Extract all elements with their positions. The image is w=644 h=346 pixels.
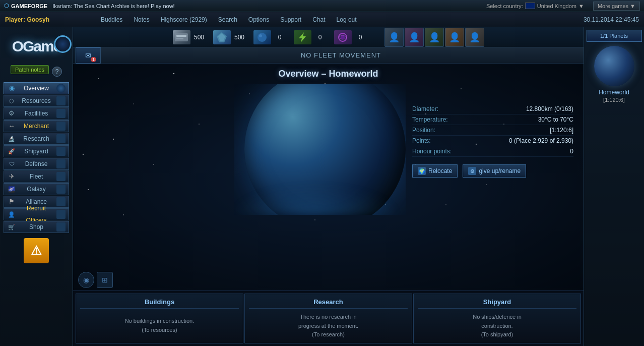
svg-point-25 [199, 124, 200, 125]
sidebar-label-resources: Resources [16, 95, 56, 107]
nav-support[interactable]: Support [275, 14, 306, 25]
sidebar-label-fleet: Fleet [16, 170, 56, 183]
merchant-icon [7, 122, 16, 131]
deut-icon [253, 30, 271, 44]
nav-highscore[interactable]: Highscore (2929) [156, 14, 212, 25]
square-icon-1[interactable]: ⊞ [97, 272, 113, 288]
sidebar-item-resources[interactable]: Resources [4, 95, 69, 107]
metal-icon [173, 30, 190, 44]
sidebar-label-facilities: Facilities [16, 107, 56, 120]
sidebar-icon-fleet [56, 172, 66, 181]
nav-options[interactable]: Options [243, 14, 274, 25]
resource-metal: 500 [173, 30, 206, 44]
shipyard-content[interactable]: No ships/defence inconstruction.(To ship… [418, 313, 576, 339]
overview-title: Overview – Homeworld [73, 69, 584, 79]
circle-icon-1[interactable]: ◉ [78, 272, 94, 288]
planet-glow [234, 185, 401, 215]
resource-bar: 500 500 0 [73, 27, 584, 47]
svg-rect-1 [176, 35, 186, 37]
nav-notes[interactable]: Notes [128, 14, 154, 25]
svg-point-30 [461, 88, 462, 89]
sidebar-icon-research [56, 134, 66, 143]
deut-value: 0 [274, 34, 286, 41]
crystal-value: 500 [233, 34, 246, 41]
sidebar-item-research[interactable]: Research [4, 133, 69, 145]
bottom-icons-row: ◉ ⊞ [78, 272, 113, 288]
points-label: Points: [412, 137, 431, 144]
energy-icon [294, 30, 311, 44]
nav-logout[interactable]: Log out [332, 14, 362, 25]
research-panel: Research There is no research inprogress… [244, 294, 412, 343]
nav-search[interactable]: Search [213, 14, 242, 25]
officers-icon [7, 210, 16, 219]
crystal-icon [213, 30, 231, 44]
message-count: 1 [91, 57, 96, 62]
center-area: 500 500 0 [73, 27, 584, 346]
research-text: There is no research inprogress at the m… [298, 313, 358, 339]
message-button[interactable]: ✉ 1 [76, 47, 101, 64]
sidebar-item-shipyard[interactable]: Shipyard [4, 145, 69, 157]
buildings-content[interactable]: No buildings in construction.(To resourc… [80, 313, 239, 339]
patch-notes-button[interactable]: Patch notes [11, 65, 49, 74]
officer-avatars: 👤 👤 👤 👤 👤 [384, 28, 484, 47]
planet-name[interactable]: Homeworld [599, 89, 629, 96]
planets-bar[interactable]: 1/1 Planets [587, 30, 642, 42]
sidebar-item-facilities[interactable]: Facilities [4, 107, 69, 120]
relocate-label: Relocate [428, 167, 452, 175]
svg-point-6 [259, 34, 262, 37]
nav-buddies[interactable]: Buddies [96, 14, 127, 25]
chevron-down-icon: ▼ [578, 3, 584, 9]
points-value: 0 (Place 2.929 of 2.930) [509, 137, 573, 144]
sidebar-label-research: Research [16, 133, 56, 145]
sidebar-item-overview[interactable]: Overview [4, 82, 69, 94]
sidebar-item-officers[interactable]: Recruit Officers [4, 208, 69, 220]
sidebar-nav: Overview Resources Facilities Merchant R [0, 82, 73, 233]
rename-label: give up/rename [479, 167, 521, 175]
darkmatter-icon [334, 30, 352, 44]
svg-point-19 [88, 189, 89, 190]
sidebar-item-shop[interactable]: Shop [4, 221, 69, 233]
fleet-icon [7, 172, 16, 181]
shipyard-panel: Shipyard No ships/defence inconstruction… [413, 294, 581, 343]
research-content[interactable]: There is no research inprogress at the m… [249, 313, 408, 339]
sidebar-icon-alliance [56, 197, 66, 206]
overview-icon [7, 84, 16, 93]
main-layout: OGame Patch notes ? Overview Resources [0, 27, 644, 346]
news-ticker: Ikariam: The Sea Chart Archive is here! … [52, 3, 486, 9]
nav-bar: Player: Goosyh Buddies Notes Highscore (… [0, 12, 644, 27]
svg-point-10 [133, 103, 134, 104]
temperature-label: Temperature: [412, 116, 448, 123]
rename-button[interactable]: ⚙ give up/rename [463, 164, 526, 178]
research-title: Research [249, 298, 408, 309]
help-button[interactable]: ? [52, 67, 62, 77]
svg-rect-0 [175, 33, 188, 41]
shop-icon [7, 222, 16, 232]
buildings-text: No buildings in construction.(To resourc… [125, 317, 195, 334]
avatar-2: 👤 [405, 28, 424, 47]
warning-icon[interactable]: ⚠ [24, 238, 49, 263]
shipyard-text: No ships/defence inconstruction.(To ship… [473, 313, 522, 339]
sidebar-icon-resources [56, 96, 66, 105]
buildings-title: Buildings [80, 298, 239, 309]
country-selector[interactable]: Select country: United Kingdom ▼ [486, 3, 584, 9]
more-games-button[interactable]: More games ▼ [593, 2, 640, 11]
energy-value: 0 [314, 34, 327, 41]
buildings-panel: Buildings No buildings in construction.(… [76, 294, 243, 343]
svg-point-29 [445, 204, 446, 205]
resource-darkmatter: 0 [334, 30, 367, 44]
country-name: United Kingdom [537, 3, 576, 9]
nav-chat[interactable]: Chat [307, 14, 330, 25]
honour-value: 0 [570, 148, 573, 155]
sidebar-item-defense[interactable]: Defense [4, 158, 69, 170]
sidebar-item-fleet[interactable]: Fleet [4, 170, 69, 183]
relocate-button[interactable]: 🌍 Relocate [412, 164, 458, 178]
shipyard-title: Shipyard [418, 298, 576, 309]
temperature-value: 30°C to 70°C [538, 116, 573, 123]
sidebar-item-galaxy[interactable]: Galaxy [4, 183, 69, 195]
sidebar-item-merchant[interactable]: Merchant [4, 120, 69, 132]
planet-thumbnail[interactable] [594, 46, 634, 86]
overview-area: Overview – Homeworld Diameter: 12.800km … [73, 64, 584, 291]
svg-point-8 [341, 35, 345, 39]
avatar-5: 👤 [465, 28, 484, 47]
sidebar-icon-defense [56, 159, 66, 168]
